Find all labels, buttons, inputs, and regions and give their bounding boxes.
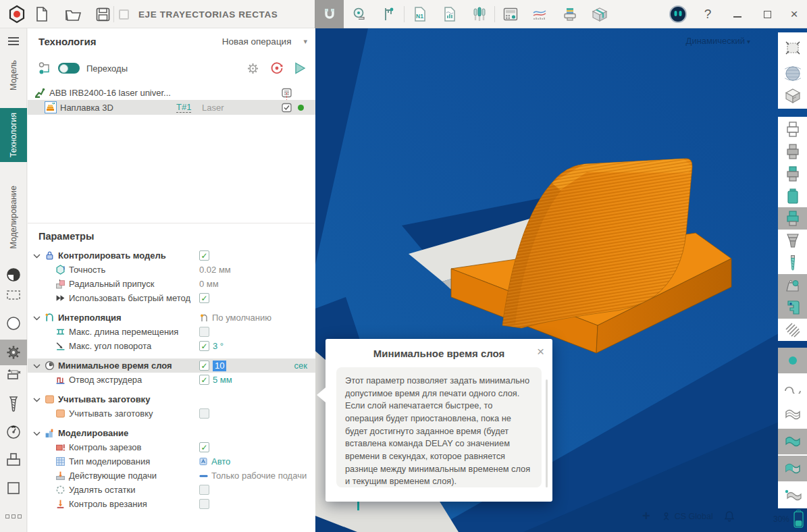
run-simulation-play-icon[interactable] xyxy=(294,62,306,74)
drill-tool-icon[interactable] xyxy=(0,396,27,412)
notifications-bell-icon[interactable] xyxy=(724,510,735,522)
teal-dot-icon[interactable] xyxy=(778,348,807,373)
param-row-max-turn-angle[interactable]: Макс. угол поворота ✓3 ° xyxy=(28,339,315,353)
param-row-active-feeds[interactable]: Действующие подачи Только рабочие подачи xyxy=(28,469,315,483)
operation-checkbox-icon[interactable] xyxy=(282,103,292,113)
tool-holder-selected-icon[interactable] xyxy=(778,207,807,230)
blank-square-icon[interactable] xyxy=(0,481,27,496)
save-project-icon[interactable] xyxy=(89,0,116,28)
checkbox[interactable]: ✓ xyxy=(199,293,209,303)
param-row-precision[interactable]: Точность 0.02 мм xyxy=(28,263,315,277)
checkbox[interactable]: ✓ xyxy=(199,375,209,385)
assistant-robot-icon[interactable] xyxy=(665,0,692,28)
param-row-consider-stock[interactable]: Учитывать заготовку xyxy=(28,406,315,421)
chevron-down-icon[interactable] xyxy=(33,397,44,402)
viewport-3d[interactable]: Динамический▾ + CS Global 30% xyxy=(315,28,807,532)
tool-holder-teal-cap-icon[interactable] xyxy=(778,163,807,185)
chevron-down-icon[interactable] xyxy=(33,253,44,259)
tab-technology[interactable]: Технология xyxy=(0,108,27,162)
param-row-interpolation[interactable]: Интерполяция По умолчанию xyxy=(28,311,315,325)
param-row-max-move-length[interactable]: Макс. длина перемещения xyxy=(28,325,315,339)
tool-stack-icon[interactable] xyxy=(555,0,584,28)
checkbox[interactable] xyxy=(199,485,209,495)
checkbox[interactable] xyxy=(199,408,209,419)
more-squares-icon[interactable] xyxy=(0,512,27,521)
iso-cube-icon[interactable] xyxy=(778,84,807,107)
checkbox[interactable]: ✓ xyxy=(199,442,209,452)
packing-box-icon[interactable] xyxy=(585,0,614,28)
tool-cylinder-teal-icon[interactable] xyxy=(778,185,807,207)
add-cs-icon[interactable]: + xyxy=(642,508,650,524)
tool-bits-icon[interactable] xyxy=(465,0,494,28)
graphs-icon[interactable] xyxy=(525,0,554,28)
calculator-icon[interactable] xyxy=(496,0,525,28)
operation-settings-gear-icon[interactable] xyxy=(246,62,259,75)
min-layer-time-input[interactable]: 10 xyxy=(213,361,226,371)
caliper-icon[interactable] xyxy=(374,0,403,28)
checkbox[interactable]: ✓ xyxy=(199,250,209,261)
press-icon[interactable] xyxy=(0,452,27,468)
checkbox[interactable] xyxy=(199,499,209,509)
magnet-snap-icon[interactable] xyxy=(315,0,344,28)
checkbox[interactable] xyxy=(199,327,209,337)
fit-view-icon[interactable] xyxy=(778,36,807,59)
popup-scrollbar[interactable] xyxy=(546,379,548,487)
compass-icon[interactable] xyxy=(0,316,27,331)
close-button[interactable]: × xyxy=(781,0,807,28)
hamburger-menu-icon[interactable] xyxy=(0,34,27,49)
param-row-extruder-retract[interactable]: Отвод экструдера ✓5 мм xyxy=(28,373,315,387)
tool-holder-gray-icon[interactable] xyxy=(778,140,807,163)
tool-number[interactable]: T#1 xyxy=(176,102,191,113)
machine-column-icon[interactable] xyxy=(778,296,807,319)
balance-circle-icon[interactable] xyxy=(0,267,27,282)
report-document-icon[interactable] xyxy=(435,0,464,28)
tree-row-machine[interactable]: ABB IRB2400-16 laser univer... xyxy=(28,85,315,100)
tree-row-operation[interactable]: Наплавка 3D T#1 Laser xyxy=(28,100,315,115)
param-row-gouge-control[interactable]: Контроль зарезов ✓ xyxy=(28,440,315,454)
minimize-button[interactable] xyxy=(724,0,751,28)
selection-dashed-icon[interactable] xyxy=(0,288,27,302)
new-operation-dropdown[interactable]: Новая операция ▾ xyxy=(222,36,307,47)
maximize-button[interactable] xyxy=(754,0,781,28)
flag-dot-icon[interactable] xyxy=(778,483,807,508)
measure-tape-icon[interactable] xyxy=(344,0,373,28)
param-row-plunge-control[interactable]: Контроль врезания xyxy=(28,497,315,511)
recalculate-icon[interactable] xyxy=(270,61,284,75)
app-logo-icon[interactable] xyxy=(4,0,30,28)
open-project-icon[interactable] xyxy=(59,0,86,28)
gauge-icon[interactable] xyxy=(0,425,27,440)
param-row-consider-stock-group[interactable]: Учитывать заготовку xyxy=(28,392,315,406)
param-row-min-layer-time[interactable]: Минимальное время слоя ✓10 сек xyxy=(28,358,315,373)
tool-cone-icon[interactable] xyxy=(778,230,807,252)
gcode-n1-document-icon[interactable]: N1 xyxy=(405,0,434,28)
close-icon[interactable]: × xyxy=(537,345,544,358)
flag-teal-gray-icon[interactable] xyxy=(778,456,807,481)
param-row-simulation-type[interactable]: Тип моделирования Авто xyxy=(28,454,315,469)
param-row-simulation-group[interactable]: Моделирование xyxy=(28,426,315,440)
checkbox[interactable]: ✓ xyxy=(199,341,209,351)
coordinate-system-selector[interactable]: CS Global xyxy=(661,511,713,521)
settings-gear-icon[interactable] xyxy=(0,340,27,365)
help-button[interactable]: ? xyxy=(694,0,721,28)
param-row-control-model[interactable]: Контролировать модель ✓ xyxy=(28,248,315,263)
param-row-remove-rest[interactable]: Удалять остатки xyxy=(28,483,315,497)
spline-curve-icon[interactable] xyxy=(778,375,807,400)
transitions-toggle[interactable] xyxy=(58,63,80,74)
tab-model[interactable]: Модель xyxy=(0,54,27,96)
new-document-icon[interactable] xyxy=(28,0,55,28)
view-mode-dropdown[interactable]: Динамический▾ xyxy=(686,36,750,46)
tool-holder-outline-icon[interactable] xyxy=(778,118,807,140)
chevron-down-icon[interactable] xyxy=(33,363,44,369)
globe-shaded-icon[interactable] xyxy=(778,62,807,84)
checkbox[interactable]: ✓ xyxy=(199,361,209,371)
transitions-link-icon[interactable] xyxy=(38,62,51,75)
param-row-fast-method[interactable]: Использовать быстрый метод ✓ xyxy=(28,291,315,305)
workpiece-transform-icon[interactable] xyxy=(0,368,27,383)
machine-head-icon[interactable] xyxy=(778,274,807,296)
flag-teal-icon[interactable] xyxy=(778,429,807,454)
chevron-down-icon[interactable] xyxy=(33,431,44,436)
drill-bit-icon[interactable] xyxy=(778,252,807,274)
hatch-lines-icon[interactable] xyxy=(778,319,807,341)
flag-outline-icon[interactable] xyxy=(778,402,807,427)
title-checkbox-icon[interactable] xyxy=(119,9,129,20)
